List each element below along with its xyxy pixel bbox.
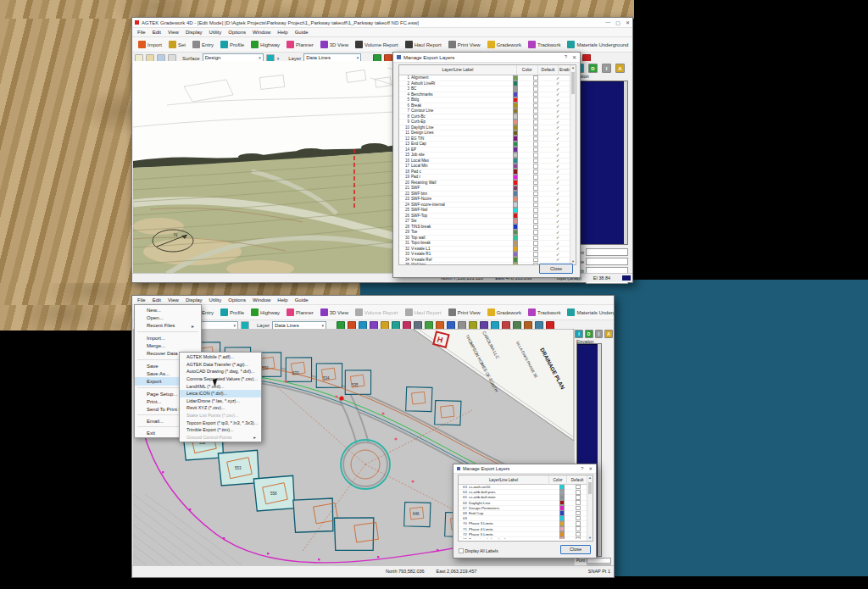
default-checkbox[interactable] [576,490,581,495]
export-menu-item[interactable]: Ground Control Points ▸ [180,434,261,442]
export-menu-item[interactable]: Stake List Points (*.csv)... [180,412,261,420]
default-checkbox[interactable] [533,258,538,263]
selected-point-marker[interactable] [339,396,343,400]
panel-view-icon[interactable]: D [588,64,598,73]
enabled-checkmark[interactable] [546,241,570,246]
panel-view-icon[interactable]: I [595,330,604,338]
default-checkbox[interactable] [533,252,538,257]
default-checkbox[interactable] [533,203,538,208]
enabled-checkmark[interactable] [546,86,570,92]
toolbar-button[interactable]: Print View [445,306,484,319]
enabled-checkmark[interactable] [546,81,570,86]
col-color[interactable]: Color [517,65,538,75]
dialog-close-button[interactable]: ✕ [588,466,593,471]
field-input[interactable] [586,248,628,256]
field-input[interactable] [587,558,611,564]
enabled-checkmark[interactable] [546,108,570,114]
export-menu-item[interactable]: AGTEK Data Transfer (*.agt)... [180,361,261,369]
toolbar-button[interactable]: Volume Report [352,38,402,51]
default-checkbox[interactable] [533,197,538,202]
default-checkbox[interactable] [533,241,538,246]
close-button[interactable]: Close [539,264,573,274]
mode-button[interactable]: Trackwork [525,38,564,51]
col-color[interactable]: Color [549,475,567,485]
enabled-checkmark[interactable] [546,75,570,81]
toolbar-button[interactable]: Set [165,38,189,51]
grid-scrollbar[interactable]: ▲▼ [587,475,593,541]
enabled-checkmark[interactable] [546,142,570,147]
export-menu-item[interactable]: LandXML (*.xml)... [180,382,261,390]
default-checkbox[interactable] [533,86,538,92]
default-checkbox[interactable] [533,97,538,103]
mode-button[interactable]: Materials Underground [564,306,614,319]
file-menu-item[interactable]: Recent Files ▸ [135,321,201,330]
minimize-button[interactable]: — [605,19,610,25]
default-checkbox[interactable] [533,186,538,191]
enabled-checkmark[interactable] [546,191,570,196]
toolbar-button[interactable]: 3D View [317,306,352,319]
default-checkbox[interactable] [533,208,538,213]
menu-item-top[interactable]: Display [186,30,203,35]
help-button[interactable]: ? [581,466,583,471]
menu-item-top[interactable]: View [168,297,179,303]
enabled-checkmark[interactable] [546,202,570,207]
mode-button[interactable]: Materials Underground [564,38,632,51]
default-checkbox[interactable] [533,236,538,241]
toolbar-button[interactable]: Planner [283,306,317,319]
mode-button[interactable]: Trackwork [525,306,564,319]
layer-row[interactable]: 73 Protect and abandon force main [459,537,587,539]
menu-item-top[interactable]: Window [253,297,270,303]
toolbar-button[interactable]: 3D View [317,38,352,51]
enabled-checkmark[interactable] [546,219,570,224]
enabled-checkmark[interactable] [546,114,570,119]
export-menu-item[interactable]: Trimble Export (*.ttm)... [180,426,261,434]
toolbar-button[interactable]: Haul Report [402,306,445,319]
panel-view-icon[interactable]: I [575,330,583,338]
default-checkbox[interactable] [533,92,538,97]
menu-item-top[interactable]: Utility [209,30,222,35]
menu-item-top[interactable]: Edit [153,30,161,35]
menu-item-top[interactable]: Help [277,30,287,35]
default-checkbox[interactable] [533,175,538,180]
default-checkbox[interactable] [533,142,538,147]
default-checkbox[interactable] [533,192,538,197]
menu-item-top[interactable]: Edit [153,297,161,303]
toolbar-button[interactable]: Highway [248,38,283,51]
default-checkbox[interactable] [533,164,538,169]
default-checkbox[interactable] [533,225,538,230]
panel-view-icon[interactable]: I [602,64,611,73]
export-menu-item[interactable]: AGTEK Mobile (*.adf)... [180,353,261,361]
file-menu-item[interactable]: Open... [135,314,201,321]
default-checkbox[interactable] [533,136,538,142]
enabled-checkmark[interactable] [546,119,570,125]
listbox-scrollbar[interactable] [624,81,627,244]
default-checkbox[interactable] [576,500,581,505]
enabled-checkmark[interactable] [546,180,570,185]
dialog-title-bar[interactable]: Manage Export Layers ? ✕ [453,464,596,474]
export-menu-item[interactable]: AutoCAD Drawing (*.dwg, *.dxf)... [180,368,261,375]
file-menu-item[interactable]: New... [135,306,201,314]
help-button[interactable]: ? [565,54,567,60]
dialog-title-bar[interactable]: Manage Export Layers ? ✕ [393,53,580,63]
title-bar[interactable]: AGTEK Gradework 4D - [Edit Mode] [D:\Agt… [132,18,632,28]
default-checkbox[interactable] [533,75,538,81]
listbox-scrollbar[interactable] [598,344,601,556]
enabled-checkmark[interactable] [546,103,570,108]
col-default[interactable]: Default [538,65,559,75]
menu-item-top[interactable]: File [137,30,146,35]
enabled-checkmark[interactable] [546,153,570,158]
toolbar-button[interactable]: Print View [445,38,484,51]
toolbar-button[interactable]: Entry [189,38,217,51]
enabled-checkmark[interactable] [546,246,570,251]
display-all-labels-option[interactable]: Display All Labels [459,548,498,553]
default-checkbox[interactable] [533,153,538,158]
menu-item-top[interactable]: Options [228,297,246,303]
close-button[interactable]: ✕ [626,19,630,25]
menu-item-top[interactable]: Display [186,297,203,303]
enabled-checkmark[interactable] [546,147,570,152]
enabled-checkmark[interactable] [546,186,570,191]
panel-view-icon[interactable]: A [604,330,613,338]
enabled-checkmark[interactable] [546,175,570,180]
enabled-checkmark[interactable] [546,230,570,235]
default-checkbox[interactable] [533,247,538,252]
